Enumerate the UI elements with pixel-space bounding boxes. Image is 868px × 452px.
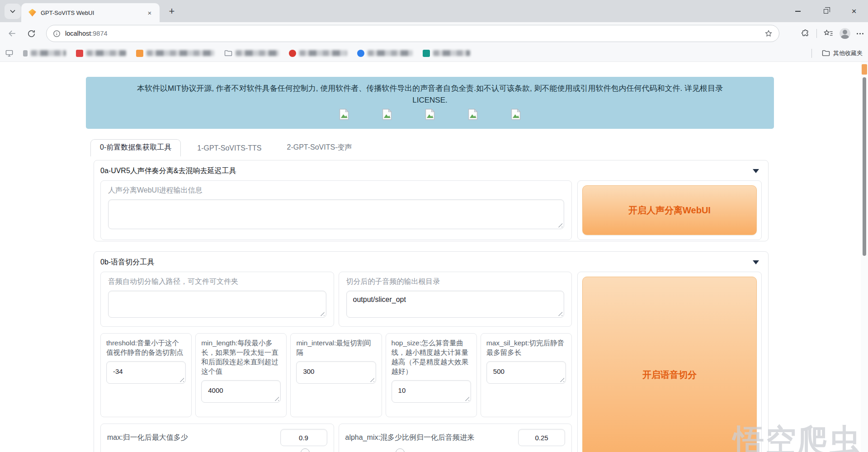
section-slicer: 0b-语音切分工具 音频自动切分输入路径，可文件可文件夹 [94, 251, 769, 452]
license-text-line2: LICENSE. [86, 94, 774, 106]
restore-button[interactable] [812, 0, 840, 22]
param-min-length: min_length:每段最小多长，如果第一段太短一直和后面段连起来直到超过这个… [195, 333, 287, 417]
back-button[interactable] [6, 28, 18, 39]
orange-square-icon [136, 50, 143, 57]
settings-menu-icon[interactable] [857, 33, 863, 34]
chevron-down-icon [10, 9, 15, 13]
section-uvr5: 0a-UVR5人声伴奏分离&去混响去延迟工具 人声分离WebUI进程输出信息 开… [94, 160, 769, 241]
bookmark-item[interactable] [224, 50, 279, 56]
param-threshold-input[interactable]: -34 [106, 361, 186, 384]
bookmark-item[interactable] [76, 50, 126, 57]
broken-image-icon [425, 108, 435, 120]
slider-max: max:归一化后最大值多少 [100, 424, 334, 452]
minimize-icon [795, 11, 801, 12]
close-icon: × [851, 7, 856, 15]
bookmark-item[interactable] [289, 50, 347, 57]
reload-button[interactable] [25, 28, 37, 39]
blue-circle-icon [357, 50, 364, 57]
toolbar-right-icons [801, 28, 863, 39]
red-circle-icon [289, 50, 296, 57]
toolbar-separator [816, 29, 817, 38]
license-text-line1: 本软件以MIT协议开源, 作者不对软件具备任何控制力, 使用软件者、传播软件导出… [86, 83, 774, 94]
tab-dataset-tools[interactable]: 0-前置数据集获取工具 [90, 139, 181, 156]
bookmarks-bar: 其他收藏夹 [0, 45, 868, 62]
page-icon [23, 50, 28, 56]
minimize-button[interactable] [784, 0, 812, 22]
url-port: :9874 [91, 30, 107, 37]
uvr5-output-textarea[interactable] [108, 199, 564, 229]
webui-page: 本软件以MIT协议开源, 作者不对软件具备任何控制力, 使用软件者、传播软件导出… [0, 62, 868, 452]
slider-alpha-mix: alpha_mix:混多少比例归一化后音频进来 [339, 424, 572, 452]
tab-gpt-sovits-voice-change[interactable]: 2-GPT-SoVITS-变声 [278, 140, 361, 156]
bookmark-item[interactable] [357, 50, 413, 57]
bookmark-item[interactable] [23, 50, 66, 56]
folder-icon [822, 50, 830, 56]
section-slicer-title: 0b-语音切分工具 [100, 258, 753, 267]
url-host: localhost [65, 30, 91, 37]
site-favicon [28, 9, 36, 17]
tab-close-icon[interactable]: × [145, 8, 154, 17]
param-min-interval: min_interval:最短切割间隔 300 [290, 333, 382, 417]
badge-row [86, 108, 774, 120]
param-min-interval-input[interactable]: 300 [296, 361, 376, 384]
bookmark-item[interactable] [136, 50, 214, 57]
param-max-sil-kept-input[interactable]: 500 [486, 361, 566, 384]
bookmarks-separator [811, 49, 812, 58]
collapse-caret-icon[interactable] [753, 169, 759, 173]
license-banner: 本软件以MIT协议开源, 作者不对软件具备任何控制力, 使用软件者、传播软件导出… [86, 77, 774, 129]
slicer-input-path-textarea[interactable] [108, 291, 326, 318]
collapse-caret-icon[interactable] [753, 260, 759, 264]
slider-max-track[interactable] [107, 447, 327, 452]
browser-tab[interactable]: GPT-SoVITS WebUI × [21, 3, 160, 22]
param-max-sil-kept: max_sil_kept:切完后静音最多留多长 500 [481, 333, 572, 417]
new-tab-button[interactable]: + [165, 5, 178, 17]
tab-search-dropdown-button[interactable] [5, 4, 21, 19]
bookmark-label-blurred [31, 50, 66, 56]
slider-alpha-mix-number-input[interactable] [518, 429, 565, 446]
tab-title: GPT-SoVITS WebUI [41, 9, 145, 16]
other-favorites-button[interactable]: 其他收藏夹 [822, 49, 863, 57]
site-info-icon[interactable] [53, 30, 61, 38]
bookmark-label-blurred [433, 50, 470, 56]
bookmark-item[interactable] [423, 50, 470, 57]
favorites-list-icon[interactable] [823, 29, 833, 38]
scrollbar-accent-block [862, 64, 867, 75]
slider-max-number-input[interactable] [280, 429, 327, 446]
open-uvr5-webui-button[interactable]: 开启人声分离WebUI [582, 185, 757, 235]
slider-max-handle[interactable] [301, 448, 310, 452]
param-min-length-input[interactable]: 4000 [201, 380, 281, 403]
main-tabs: 0-前置数据集获取工具 1-GPT-SoVITS-TTS 2-GPT-SoVIT… [90, 140, 361, 156]
param-hop-size-label: hop_size:怎么算音量曲线，越小精度越大计算量越高（不是精度越大效果越好） [392, 338, 471, 376]
tab-gpt-sovits-tts[interactable]: 1-GPT-SoVITS-TTS [188, 141, 270, 156]
browser-toolbar: localhost:9874 [0, 22, 868, 45]
uvr5-button-panel: 开启人声分离WebUI [577, 180, 762, 240]
extensions-puzzle-icon[interactable] [801, 29, 810, 38]
bookmark-label-blurred [236, 50, 279, 56]
param-hop-size-input[interactable]: 10 [392, 380, 471, 403]
param-min-interval-label: min_interval:最短切割间隔 [296, 338, 376, 357]
slider-alpha-mix-handle[interactable] [396, 448, 405, 452]
url-text: localhost:9874 [65, 30, 764, 37]
uvr5-output-group: 人声分离WebUI进程输出信息 [100, 180, 572, 240]
profile-avatar[interactable] [840, 28, 850, 39]
uvr5-output-label: 人声分离WebUI进程输出信息 [108, 185, 564, 195]
monitor-icon [5, 50, 13, 57]
param-min-length-label: min_length:每段最小多长，如果第一段太短一直和后面段连起来直到超过这个… [201, 338, 281, 376]
slicer-input-path-label: 音频自动切分输入路径，可文件可文件夹 [108, 277, 326, 287]
bookmark-item[interactable] [5, 50, 13, 57]
red-square-icon [76, 50, 83, 57]
page-scrollbar[interactable] [861, 62, 868, 452]
folder-icon [224, 50, 232, 56]
scrollbar-thumb[interactable] [863, 77, 866, 256]
teal-square-icon [423, 50, 430, 57]
address-bar[interactable]: localhost:9874 [46, 25, 779, 42]
param-hop-size: hop_size:怎么算音量曲线，越小精度越大计算量越高（不是精度越大效果越好）… [386, 333, 477, 417]
open-slicer-button[interactable]: 开启语音切分 [582, 277, 757, 452]
close-button[interactable]: × [840, 0, 868, 22]
slicer-output-dir-textarea[interactable]: output/slicer_opt [346, 291, 565, 318]
favorite-star-icon[interactable] [764, 29, 773, 38]
slicer-output-dir-label: 切分后的子音频的输出根目录 [346, 277, 565, 287]
slider-alpha-mix-track[interactable] [345, 447, 566, 452]
slider-max-label: max:归一化后最大值多少 [107, 433, 188, 443]
bookmark-label-blurred [86, 50, 126, 56]
